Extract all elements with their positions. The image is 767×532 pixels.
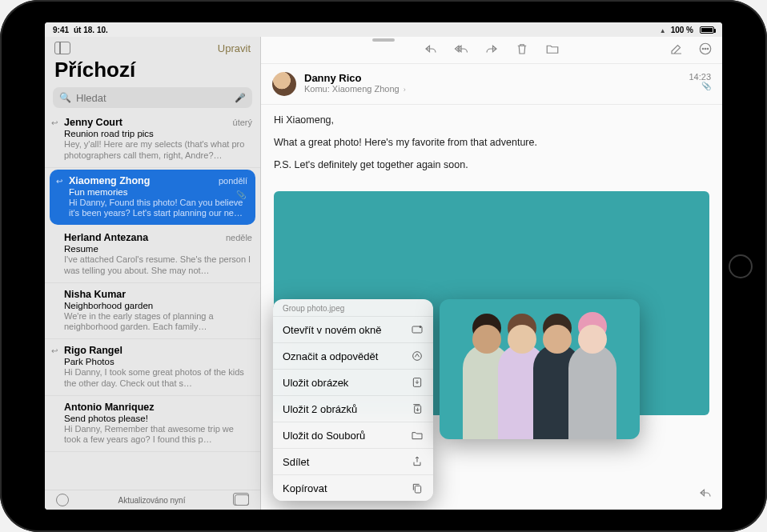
sender-name: Antonio Manriquez bbox=[64, 402, 155, 413]
avatar[interactable] bbox=[272, 72, 296, 96]
item-subject: Fun memories bbox=[69, 187, 247, 197]
folder-icon bbox=[411, 429, 424, 442]
item-time: neděle bbox=[226, 233, 252, 242]
item-preview: We're in the early stages of planning a … bbox=[64, 311, 252, 334]
list-item[interactable]: Herland Antezana neděle Resume I've atta… bbox=[45, 226, 260, 283]
move-icon[interactable] bbox=[545, 42, 560, 59]
ctx-save-image[interactable]: Uložit obrázek bbox=[273, 369, 433, 395]
list-item[interactable]: ↩ Xiaomeng Zhong pondělí Fun memories 📎 … bbox=[50, 170, 255, 226]
item-preview: Hi Danny, Remember that awesome trip we … bbox=[64, 424, 252, 446]
attachment-icon: 📎 bbox=[236, 190, 246, 199]
list-item[interactable]: ↩ Rigo Rangel Park Photos Hi Danny, I to… bbox=[45, 339, 260, 396]
search-field[interactable]: 🔍 🎤 bbox=[53, 87, 252, 108]
ctx-label: Uložit obrázek bbox=[283, 377, 348, 389]
item-subject: Reunion road trip pics bbox=[64, 129, 252, 138]
message-header: Danny Rico Komu: Xiaomeng Zhong › 14:23 … bbox=[261, 64, 722, 105]
item-subject: Send photos please! bbox=[64, 414, 252, 423]
context-menu-title: Group photo.jpeg bbox=[273, 299, 433, 316]
item-preview: Hi Danny, I took some great photos of th… bbox=[64, 367, 252, 390]
item-subject: Resume bbox=[64, 244, 252, 254]
sync-status: Aktualizováno nyní bbox=[118, 496, 186, 505]
ctx-label: Označit a odpovědět bbox=[283, 350, 378, 362]
status-bar: 9:41 út 18. 10. 100 % bbox=[45, 22, 722, 37]
mailbox-title: Příchozí bbox=[45, 56, 260, 87]
recipient-line[interactable]: Komu: Xiaomeng Zhong › bbox=[304, 84, 681, 94]
list-item[interactable]: Nisha Kumar Neighborhood garden We're in… bbox=[45, 283, 260, 340]
body-line: P.S. Let's definitely get together again… bbox=[274, 158, 709, 172]
battery-percent: 100 % bbox=[671, 26, 693, 34]
copy-icon bbox=[411, 482, 424, 494]
more-icon[interactable] bbox=[698, 42, 713, 59]
ctx-label: Otevřít v novém okně bbox=[283, 324, 382, 336]
reply-icon[interactable] bbox=[424, 42, 438, 59]
ctx-copy[interactable]: Kopírovat bbox=[273, 474, 433, 501]
ipad-frame: 9:41 út 18. 10. 100 % Upravit Příchozí 🔍 bbox=[0, 0, 767, 532]
reply-all-icon[interactable] bbox=[454, 42, 468, 59]
trash-icon[interactable] bbox=[515, 42, 529, 59]
body-line: What a great photo! Here's my favorite f… bbox=[274, 135, 709, 150]
compose-icon[interactable] bbox=[669, 42, 684, 59]
replied-icon: ↩ bbox=[51, 118, 58, 127]
message-body: Hi Xiaomeng, What a great photo! Here's … bbox=[261, 105, 722, 188]
message-time: 14:23 bbox=[689, 72, 711, 82]
chevron-right-icon: › bbox=[404, 86, 406, 94]
attachment-icon: 📎 bbox=[689, 82, 711, 90]
statusbar-date: út 18. 10. bbox=[74, 26, 108, 34]
save-down-icon bbox=[411, 376, 424, 389]
save-stack-icon bbox=[411, 402, 424, 415]
svg-point-5 bbox=[420, 326, 422, 328]
item-preview: Hey, y'all! Here are my selects (that's … bbox=[64, 139, 252, 162]
wifi-icon bbox=[660, 26, 666, 34]
reply-float-icon[interactable] bbox=[698, 486, 713, 503]
item-preview: I've attached Carol's resume. She's the … bbox=[64, 254, 252, 277]
item-subject: Neighborhood garden bbox=[64, 301, 252, 310]
message-list[interactable]: ↩ Jenny Court úterý Reunion road trip pi… bbox=[45, 111, 260, 490]
sender-name: Xiaomeng Zhong bbox=[69, 175, 150, 186]
markup-icon bbox=[411, 350, 424, 362]
ctx-save-to-files[interactable]: Uložit do Souborů bbox=[273, 422, 433, 448]
photo-people bbox=[440, 344, 640, 439]
sidebar-footer: Aktualizováno nyní bbox=[45, 490, 260, 510]
filter-icon[interactable] bbox=[56, 494, 69, 506]
sidebar-toggle-icon[interactable] bbox=[54, 42, 70, 54]
context-popover: Group photo.jpeg Otevřít v novém okně Oz… bbox=[273, 299, 640, 501]
list-item[interactable]: Antonio Manriquez Send photos please! Hi… bbox=[45, 396, 260, 453]
home-button[interactable] bbox=[729, 254, 753, 278]
sender-name: Herland Antezana bbox=[64, 232, 148, 243]
item-time: úterý bbox=[233, 118, 252, 127]
battery-icon bbox=[700, 26, 714, 34]
sender-name: Jenny Court bbox=[64, 117, 122, 128]
svg-point-3 bbox=[707, 48, 709, 50]
search-input[interactable] bbox=[76, 92, 230, 104]
forward-icon[interactable] bbox=[484, 42, 499, 59]
ctx-label: Uložit 2 obrázků bbox=[283, 403, 357, 415]
replied-icon: ↩ bbox=[51, 346, 58, 355]
person bbox=[568, 344, 616, 439]
screen: 9:41 út 18. 10. 100 % Upravit Příchozí 🔍 bbox=[45, 22, 722, 510]
to-label: Komu: bbox=[304, 84, 330, 94]
ctx-label: Sdílet bbox=[283, 456, 309, 468]
statusbar-time: 9:41 bbox=[53, 26, 69, 34]
list-item[interactable]: ↩ Jenny Court úterý Reunion road trip pi… bbox=[45, 111, 260, 168]
from-name[interactable]: Danny Rico bbox=[304, 72, 681, 84]
item-time: pondělí bbox=[219, 176, 247, 186]
sender-name: Nisha Kumar bbox=[64, 289, 126, 300]
ctx-markup-reply[interactable]: Označit a odpovědět bbox=[273, 342, 433, 369]
edit-button[interactable]: Upravit bbox=[218, 42, 251, 54]
ctx-save-images[interactable]: Uložit 2 obrázků bbox=[273, 395, 433, 422]
svg-rect-9 bbox=[415, 486, 420, 493]
ctx-open-new-window[interactable]: Otevřít v novém okně bbox=[273, 316, 433, 342]
compose-stack-icon[interactable] bbox=[235, 494, 249, 506]
mailbox-sidebar: Upravit Příchozí 🔍 🎤 ↩ Jenny Court úterý bbox=[45, 37, 261, 510]
multitask-handle[interactable] bbox=[372, 38, 395, 42]
svg-point-1 bbox=[702, 48, 704, 50]
share-icon bbox=[411, 455, 424, 468]
dictate-icon[interactable]: 🎤 bbox=[235, 93, 246, 103]
sender-name: Rigo Rangel bbox=[64, 345, 122, 356]
item-preview: Hi Danny, Found this photo! Can you beli… bbox=[69, 198, 247, 220]
item-subject: Park Photos bbox=[64, 357, 252, 366]
ctx-label: Uložit do Souborů bbox=[283, 430, 365, 442]
ctx-share[interactable]: Sdílet bbox=[273, 448, 433, 474]
context-preview-image[interactable] bbox=[440, 299, 640, 439]
to-name: Xiaomeng Zhong bbox=[332, 84, 400, 94]
